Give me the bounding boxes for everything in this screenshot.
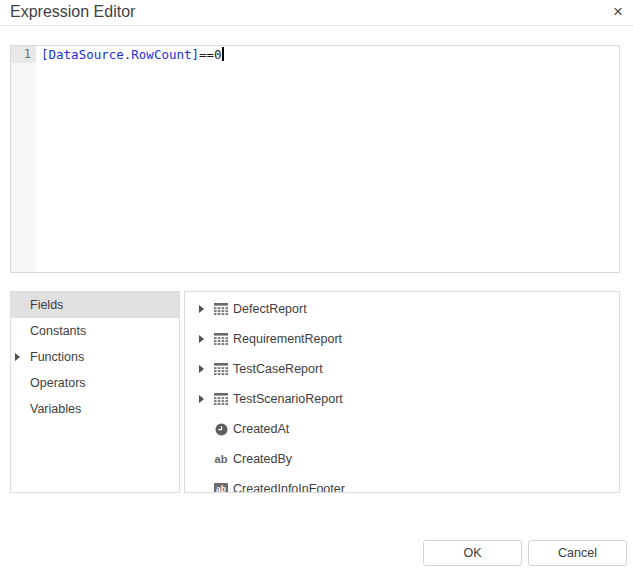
expression-code-editor[interactable]: 1 [DataSource.RowCount]==0	[10, 45, 620, 273]
tree-item[interactable]: abCreatedInfoInFooter	[185, 474, 619, 493]
category-label: Constants	[30, 324, 86, 338]
code-area[interactable]: [DataSource.RowCount]==0	[36, 46, 619, 272]
category-label: Variables	[30, 402, 81, 416]
tree-item[interactable]: RequirementReport	[185, 324, 619, 354]
title-divider	[0, 25, 633, 26]
table-icon	[213, 324, 229, 354]
string-icon: ab	[213, 444, 229, 474]
tree-item-label: CreatedAt	[233, 422, 289, 436]
category-label: Fields	[30, 298, 63, 312]
text-caret	[222, 47, 224, 61]
close-icon[interactable]: ×	[610, 1, 626, 23]
category-item-fields[interactable]: Fields	[11, 292, 179, 318]
code-line: [DataSource.RowCount]==0	[41, 47, 619, 64]
expand-arrow-icon[interactable]	[199, 365, 204, 373]
category-item-operators[interactable]: Operators	[11, 370, 179, 396]
table-icon	[213, 354, 229, 384]
tree-item-label: DefectReport	[233, 302, 307, 316]
tree-item-label: TestScenarioReport	[233, 392, 343, 406]
line-number: 1	[11, 46, 36, 63]
tree-item[interactable]: abCreatedBy	[185, 444, 619, 474]
table-icon	[213, 384, 229, 414]
tree-item[interactable]: TestScenarioReport	[185, 384, 619, 414]
expand-arrow-icon[interactable]	[199, 335, 204, 343]
expand-arrow-icon[interactable]	[199, 305, 204, 313]
tree-item-label: RequirementReport	[233, 332, 342, 346]
dialog-title: Expression Editor	[10, 3, 135, 21]
code-field-token: [DataSource.RowCount]	[41, 47, 199, 62]
category-item-functions[interactable]: Functions	[11, 344, 179, 370]
tree-item-label: CreatedInfoInFooter	[233, 482, 345, 493]
tree-item[interactable]: CreatedAt	[185, 414, 619, 444]
tree-item-label: CreatedBy	[233, 452, 292, 466]
datetime-icon	[213, 414, 229, 444]
tree-item[interactable]: TestCaseReport	[185, 354, 619, 384]
category-item-constants[interactable]: Constants	[11, 318, 179, 344]
tree-item-label: TestCaseReport	[233, 362, 323, 376]
dialog-titlebar: Expression Editor ×	[0, 0, 633, 25]
tree-item[interactable]: DefectReport	[185, 294, 619, 324]
string-box-icon: ab	[213, 474, 229, 493]
category-label: Functions	[30, 350, 84, 364]
fields-panel: DefectReportRequirementReportTestCaseRep…	[184, 291, 620, 493]
category-label: Operators	[30, 376, 86, 390]
expression-editor-dialog: Expression Editor × 1 [DataSource.RowCou…	[0, 0, 633, 577]
category-list: FieldsConstantsFunctionsOperatorsVariabl…	[10, 291, 180, 493]
expand-arrow-icon[interactable]	[199, 395, 204, 403]
expand-arrow-icon[interactable]	[15, 353, 20, 361]
fields-tree: DefectReportRequirementReportTestCaseRep…	[185, 292, 619, 493]
cancel-button[interactable]: Cancel	[528, 540, 627, 566]
ok-button[interactable]: OK	[423, 540, 522, 566]
category-item-variables[interactable]: Variables	[11, 396, 179, 422]
code-operator-token: ==0	[199, 47, 222, 62]
editor-gutter: 1	[11, 46, 36, 272]
table-icon	[213, 294, 229, 324]
